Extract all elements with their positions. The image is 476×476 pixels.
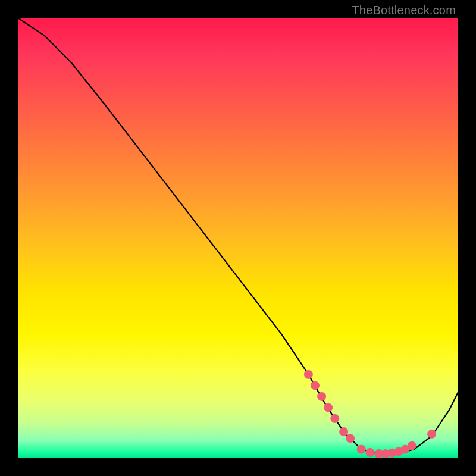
- curve-marker: [346, 434, 355, 443]
- chart-stage: TheBottleneck.com: [0, 0, 476, 476]
- curve-marker: [311, 381, 320, 390]
- curve-marker: [304, 370, 312, 378]
- bottleneck-curve: [18, 18, 458, 454]
- watermark-text: TheBottleneck.com: [352, 4, 456, 17]
- curve-marker: [340, 428, 348, 436]
- curve-marker: [428, 430, 436, 438]
- curve-marker: [408, 441, 416, 450]
- curve-marker: [331, 414, 339, 422]
- curve-marker: [366, 448, 374, 456]
- curve-svg: [18, 18, 458, 458]
- curve-marker: [324, 403, 333, 412]
- plot-area: [18, 18, 458, 458]
- curve-marker-group: [304, 370, 436, 458]
- curve-marker: [318, 392, 326, 400]
- curve-marker: [357, 445, 365, 453]
